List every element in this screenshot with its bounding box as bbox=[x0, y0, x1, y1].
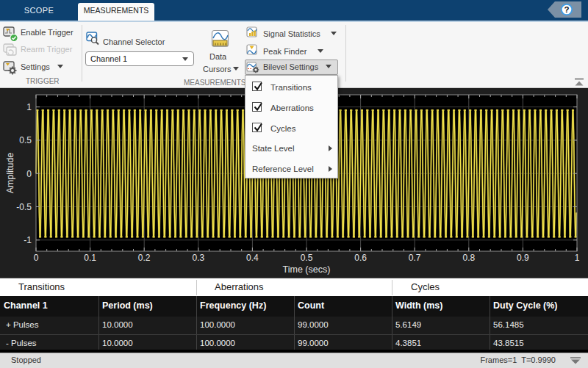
svg-text:0.2: 0.2 bbox=[138, 253, 151, 263]
svg-text:0.9: 0.9 bbox=[517, 253, 529, 263]
svg-text:0.5: 0.5 bbox=[19, 135, 32, 145]
svg-text:Time (secs): Time (secs) bbox=[283, 264, 331, 275]
svg-text:0.3: 0.3 bbox=[192, 253, 204, 263]
svg-text:1: 1 bbox=[575, 253, 580, 263]
svg-text:0.8: 0.8 bbox=[462, 253, 475, 263]
svg-text:Amplitude: Amplitude bbox=[5, 153, 15, 194]
svg-text:-1: -1 bbox=[24, 235, 32, 245]
svg-text:0.5: 0.5 bbox=[301, 253, 313, 263]
svg-text:1: 1 bbox=[26, 102, 32, 112]
svg-text:0.6: 0.6 bbox=[354, 253, 367, 263]
svg-text:?: ? bbox=[564, 5, 569, 14]
svg-text:0: 0 bbox=[26, 169, 32, 179]
svg-text:-0.5: -0.5 bbox=[16, 202, 32, 212]
svg-text:0.7: 0.7 bbox=[409, 253, 421, 263]
svg-text:0.4: 0.4 bbox=[246, 253, 259, 263]
svg-text:0: 0 bbox=[34, 253, 39, 263]
svg-text:0.1: 0.1 bbox=[84, 253, 96, 263]
